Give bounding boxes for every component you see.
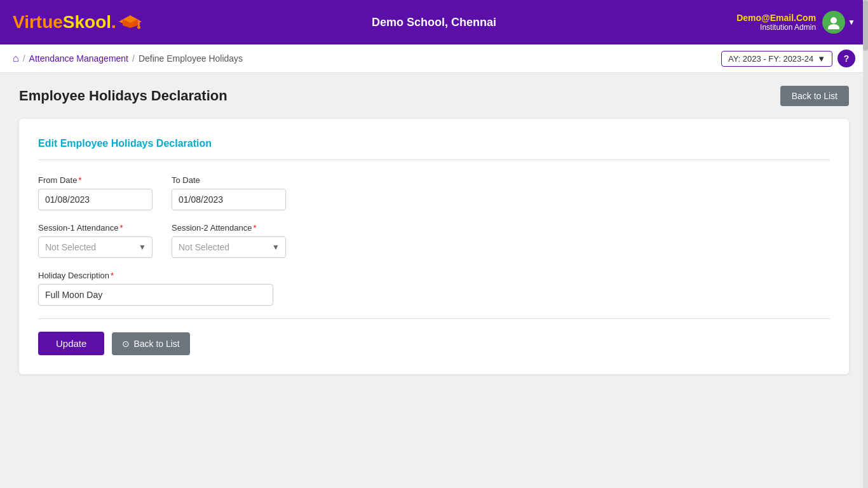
logo-cap-icon [119, 14, 142, 30]
breadcrumb-bar: ⌂ / Attendance Management / Define Emplo… [0, 44, 868, 73]
form-actions: Update ⊙ Back to List [38, 332, 830, 355]
home-icon[interactable]: ⌂ [13, 53, 19, 64]
avatar [822, 11, 845, 34]
user-email: Demo@Email.Com [736, 13, 816, 23]
to-date-group: To Date [172, 175, 286, 210]
breadcrumb-attendance-management[interactable]: Attendance Management [29, 53, 128, 64]
session1-label: Session-1 Attendance* [38, 223, 153, 233]
session1-select[interactable]: Not Selected [38, 236, 153, 258]
svg-point-4 [831, 17, 837, 24]
form-divider [38, 159, 830, 160]
breadcrumb-right: AY: 2023 - FY: 2023-24 ▼ ? [721, 50, 855, 67]
logo: VirtueSkool. [13, 12, 142, 32]
breadcrumb: ⌂ / Attendance Management / Define Emplo… [13, 53, 243, 64]
session2-label: Session-2 Attendance* [172, 223, 286, 233]
help-button[interactable]: ? [837, 50, 855, 67]
from-date-label: From Date* [38, 175, 153, 185]
back-to-list-form-button[interactable]: ⊙ Back to List [112, 332, 189, 355]
user-dropdown-arrow-icon[interactable]: ▼ [848, 18, 855, 27]
user-info: Demo@Email.Com Institution Admin [736, 13, 816, 32]
ay-dropdown[interactable]: AY: 2023 - FY: 2023-24 ▼ [721, 51, 832, 67]
logo-skool: Skool [63, 12, 111, 32]
from-date-group: From Date* [38, 175, 153, 210]
holiday-desc-group: Holiday Description* [38, 271, 830, 306]
scrollbar-thumb[interactable] [863, 0, 868, 51]
form-section-title: Edit Employee Holidays Declaration [38, 138, 830, 149]
scrollbar[interactable] [863, 0, 868, 488]
from-date-input[interactable] [38, 189, 153, 210]
svg-point-5 [828, 24, 839, 29]
school-name: Demo School, Chennai [372, 16, 496, 29]
breadcrumb-current: Define Employee Holidays [139, 53, 243, 64]
back-list-icon: ⊙ [122, 339, 130, 349]
session-row: Session-1 Attendance* Not Selected ▼ Ses… [38, 223, 830, 258]
form-bottom-divider [38, 318, 830, 319]
svg-point-3 [137, 26, 140, 29]
logo-virtue: Virtue [13, 12, 63, 32]
avatar-container[interactable]: ▼ [822, 11, 855, 34]
session1-group: Session-1 Attendance* Not Selected ▼ [38, 223, 153, 258]
session2-select-wrapper: Not Selected ▼ [172, 236, 286, 258]
header-right: Demo@Email.Com Institution Admin ▼ [736, 11, 855, 34]
session2-select[interactable]: Not Selected [172, 236, 286, 258]
user-icon [827, 15, 841, 29]
back-list-label: Back to List [133, 339, 179, 349]
header: VirtueSkool. Demo School, Chennai Demo@E… [0, 0, 868, 44]
to-date-input[interactable] [172, 189, 286, 210]
update-button[interactable]: Update [38, 332, 104, 355]
main-content: Employee Holidays Declaration Back to Li… [0, 73, 868, 387]
page-title: Employee Holidays Declaration [19, 88, 227, 104]
ay-label: AY: 2023 - FY: 2023-24 [728, 54, 813, 64]
page-header: Employee Holidays Declaration Back to Li… [19, 86, 849, 106]
to-date-label: To Date [172, 175, 286, 185]
holiday-desc-input[interactable] [38, 284, 273, 306]
back-to-list-header-button[interactable]: Back to List [780, 86, 849, 106]
session2-group: Session-2 Attendance* Not Selected ▼ [172, 223, 286, 258]
form-card: Edit Employee Holidays Declaration From … [19, 119, 849, 374]
session1-select-wrapper: Not Selected ▼ [38, 236, 153, 258]
holiday-desc-label: Holiday Description* [38, 271, 830, 280]
user-role: Institution Admin [736, 23, 816, 32]
ay-dropdown-arrow-icon: ▼ [817, 54, 825, 64]
date-row: From Date* To Date [38, 175, 830, 210]
